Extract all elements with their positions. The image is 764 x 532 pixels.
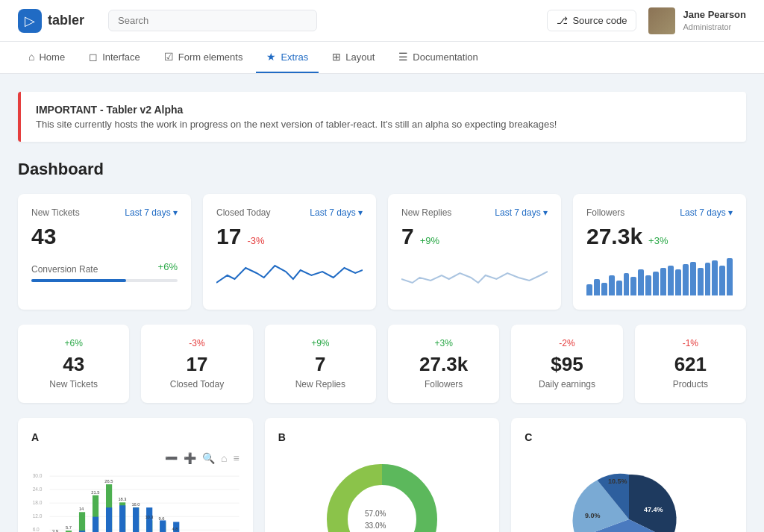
f-bar-12 (668, 266, 674, 295)
f-bar-7 (630, 277, 636, 295)
card-value-closed: 17 -3% (216, 224, 363, 249)
docs-icon: ☰ (398, 51, 408, 63)
zoom-out-icon[interactable]: ➖ (165, 452, 178, 464)
avatar (648, 7, 675, 34)
search-input[interactable] (108, 10, 317, 31)
app-name: tabler (48, 13, 84, 28)
closed-change: -3% (247, 235, 264, 246)
avatar-image (648, 7, 675, 34)
f-bar-2 (594, 279, 600, 296)
bar-may-blue (106, 507, 112, 532)
zoom-in-icon[interactable]: ➕ (184, 452, 196, 464)
source-code-button[interactable]: ⎇ Source code (547, 10, 636, 31)
card-header-replies: New Replies Last 7 days ▾ (401, 207, 548, 218)
stat-card-3: +9% 7 New Replies (265, 325, 376, 403)
card-filter-replies[interactable]: Last 7 days ▾ (495, 207, 548, 218)
stat-label-2: Closed Today (154, 379, 239, 389)
replies-change: +9% (420, 235, 439, 246)
f-bar-6 (624, 273, 630, 295)
svg-text:24.0: 24.0 (33, 486, 43, 492)
svg-text:16.0: 16.0 (131, 502, 140, 507)
bar-aug-blue (146, 507, 152, 532)
chart-c: C 47.4% 33.1% 9.0% 10.5 (511, 418, 746, 532)
f-bar-9 (645, 275, 651, 296)
stat-label-3: New Replies (278, 379, 363, 389)
svg-text:9.0%: 9.0% (585, 512, 601, 519)
chart-c-title: C (525, 431, 733, 443)
nav-item-extras[interactable]: ★ Extras (256, 42, 319, 73)
user-role: Administrator (683, 22, 746, 32)
card-filter-followers[interactable]: Last 7 days ▾ (680, 207, 733, 218)
conversion-rate-change: +6% (158, 261, 178, 272)
replies-number: 7 (401, 224, 414, 249)
layout-icon: ⊞ (332, 51, 341, 63)
followers-number: 27.3k (586, 224, 642, 249)
svg-text:3.9: 3.9 (52, 529, 58, 532)
nav-item-interface[interactable]: ◻ Interface (78, 42, 151, 73)
stat-change-6: -1% (648, 338, 733, 348)
card-new-replies: New Replies Last 7 days ▾ 7 +9% (388, 194, 561, 310)
f-bar-19 (719, 266, 725, 295)
svg-text:30.0: 30.0 (33, 473, 43, 478)
nav-item-documentation[interactable]: ☰ Documentation (388, 42, 488, 73)
nav-item-layout[interactable]: ⊞ Layout (322, 42, 385, 73)
closed-number: 17 (216, 224, 241, 249)
sparkline-replies (401, 257, 548, 296)
menu-icon[interactable]: ≡ (233, 452, 239, 464)
f-bar-10 (653, 272, 659, 296)
card-followers: Followers Last 7 days ▾ 27.3k +3% (573, 194, 746, 310)
stat-change-1: +6% (31, 338, 116, 348)
card-label-replies: New Replies (401, 207, 451, 218)
card-label-closed: Closed Today (216, 207, 271, 218)
card-closed-today: Closed Today Last 7 days ▾ 17 -3% (203, 194, 376, 310)
nav-item-form-elements[interactable]: ☑ Form elements (154, 42, 254, 73)
svg-text:10.5%: 10.5% (608, 478, 627, 485)
progress-bar-wrap (31, 279, 178, 282)
f-bar-8 (638, 269, 644, 295)
home-reset-icon[interactable]: ⌂ (221, 452, 227, 464)
card-filter-tickets[interactable]: Last 7 days ▾ (125, 207, 178, 218)
pie-container: 47.4% 33.1% 9.0% 10.5% (525, 452, 733, 532)
stat-value-1: 43 (31, 353, 116, 376)
svg-text:18.3: 18.3 (118, 497, 126, 501)
stat-change-4: +3% (401, 338, 486, 348)
alert-banner: IMPORTANT - Tabler v2 Alpha This site cu… (18, 92, 746, 142)
stat-card-2: -3% 17 Closed Today (141, 325, 252, 403)
progress-bar-fill (31, 279, 126, 282)
zoom-icon[interactable]: 🔍 (202, 452, 215, 464)
logo-icon: ▷ (18, 9, 42, 33)
bar-chart-a: ➖ ➕ 🔍 ⌂ ≡ 30.0 24.0 18.0 12.0 6.0 0.0 (31, 452, 239, 532)
card-header-followers: Followers Last 7 days ▾ (586, 207, 733, 218)
conversion-rate-label: Conversion Rate (31, 264, 98, 275)
alert-body: This site currently hosts the work in pr… (36, 119, 731, 130)
stat-card-5: -2% $95 Daily earnings (511, 325, 622, 403)
svg-text:47.4%: 47.4% (644, 506, 663, 513)
svg-text:12.0: 12.0 (33, 513, 43, 519)
card-value-tickets: 43 (31, 224, 178, 249)
donut-svg: 57.0% 33.0% (322, 460, 442, 532)
stat-change-5: -2% (525, 338, 609, 348)
card-value-followers: 27.3k +3% (586, 224, 733, 249)
main-content: IMPORTANT - Tabler v2 Alpha This site cu… (0, 74, 764, 532)
chart-a-title: A (31, 431, 239, 443)
header-right: ⎇ Source code Jane Pearson Administrator (547, 7, 746, 34)
f-bar-14 (683, 264, 689, 296)
f-bar-20 (727, 258, 733, 295)
stat-label-6: Products (648, 379, 733, 389)
svg-text:5.7: 5.7 (66, 525, 72, 530)
f-bar-17 (705, 263, 711, 295)
nav-item-home[interactable]: ⌂ Home (18, 42, 75, 73)
chart-a: A ➖ ➕ 🔍 ⌂ ≡ 30.0 24.0 18.0 12.0 6.0 0.0 (18, 418, 253, 532)
svg-text:18.0: 18.0 (33, 500, 43, 505)
stat-value-2: 17 (154, 353, 239, 376)
card-filter-closed[interactable]: Last 7 days ▾ (310, 207, 363, 218)
home-icon: ⌂ (28, 51, 34, 63)
bar-jun-blue (119, 505, 125, 532)
f-bar-16 (698, 268, 704, 296)
followers-bars (586, 258, 733, 295)
f-bar-5 (616, 281, 622, 295)
user-info: Jane Pearson Administrator (683, 9, 746, 32)
dashboard-title: Dashboard (18, 160, 746, 179)
f-bar-13 (675, 269, 681, 295)
svg-text:4.8: 4.8 (172, 527, 178, 531)
